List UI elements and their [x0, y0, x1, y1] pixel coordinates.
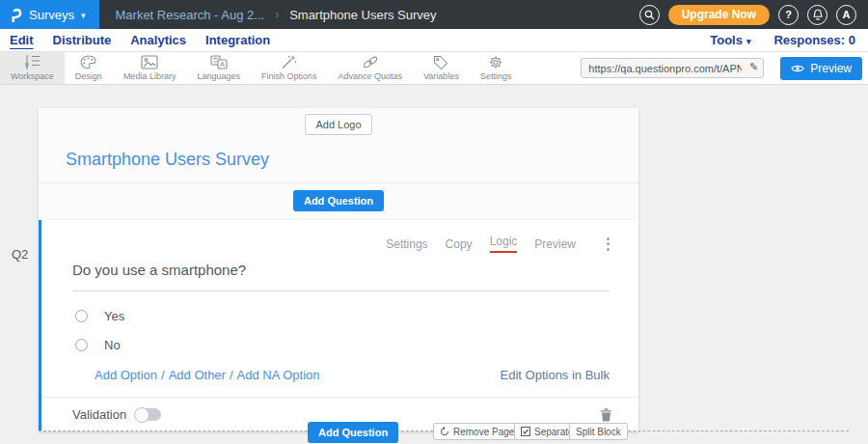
bell-icon — [812, 9, 824, 21]
gear-icon — [488, 55, 503, 69]
tab-logic[interactable]: Logic — [490, 235, 518, 253]
search-icon — [644, 10, 655, 20]
notifications-button[interactable] — [807, 5, 827, 25]
option-row-yes[interactable]: Yes — [75, 301, 638, 330]
tag-icon — [433, 55, 448, 69]
breadcrumb: Market Research - Aug 2... › Smartphone … — [116, 8, 437, 22]
add-other-link[interactable]: Add Other — [169, 368, 226, 382]
tab-preview[interactable]: Preview — [534, 237, 576, 251]
tools-label: Tools — [710, 33, 743, 47]
avatar[interactable]: A — [836, 5, 856, 25]
toolbar-label: Finish Options — [261, 71, 317, 81]
survey-nav-links: Edit Distribute Analytics Integration — [10, 33, 270, 47]
chevron-down-icon: ▾ — [81, 11, 86, 20]
survey-url-box: ✎ — [581, 58, 764, 78]
svg-text:A: A — [220, 60, 225, 69]
topbar: Surveys ▾ Market Research - Aug 2... › S… — [0, 0, 868, 29]
toolbar-item-advance-quotas[interactable]: Advance Quotas — [327, 52, 413, 84]
palette-icon — [80, 55, 96, 69]
nav-tab-integration[interactable]: Integration — [205, 33, 270, 47]
question-menu-kebab-icon[interactable] — [605, 236, 611, 253]
nav-tab-edit[interactable]: Edit — [10, 33, 34, 47]
survey-nav-right: Tools▾ Responses: 0 — [710, 33, 858, 47]
preview-button[interactable]: Preview — [780, 57, 862, 80]
tab-copy[interactable]: Copy — [446, 237, 473, 251]
nav-tab-analytics[interactable]: Analytics — [130, 33, 186, 47]
product-switcher[interactable]: Surveys ▾ — [0, 0, 99, 29]
survey-nav: Edit Distribute Analytics Integration To… — [0, 29, 868, 52]
survey-url-input[interactable] — [581, 58, 764, 78]
link-separator: / — [230, 368, 233, 382]
breadcrumb-folder[interactable]: Market Research - Aug 2... — [116, 8, 265, 22]
magic-wand-icon — [281, 55, 297, 69]
toolbar-item-settings[interactable]: Settings — [470, 52, 523, 84]
add-na-option-link[interactable]: Add NA Option — [237, 368, 320, 382]
split-block-button[interactable]: Split Block — [569, 423, 628, 440]
translate-icon: A — [210, 55, 228, 69]
upgrade-button[interactable]: Upgrade Now — [668, 5, 770, 25]
breadcrumb-separator-icon: › — [275, 8, 279, 21]
validation-toggle[interactable] — [135, 408, 161, 421]
delete-question-icon[interactable] — [600, 407, 612, 422]
toolbar-item-workspace[interactable]: Workspace — [0, 52, 65, 84]
option-label: No — [104, 338, 121, 352]
tab-settings[interactable]: Settings — [386, 237, 427, 251]
add-option-link[interactable]: Add Option — [95, 368, 157, 382]
toolbar-label: Advance Quotas — [338, 71, 402, 81]
chain-link-icon — [361, 55, 380, 69]
link-separator: / — [161, 368, 165, 382]
toolbar-item-design[interactable]: Design — [65, 52, 113, 84]
option-add-links: Add Option/Add Other/Add NA Option — [95, 368, 320, 382]
breadcrumb-survey-name: Smartphone Users Survey — [289, 8, 436, 22]
toolbar-item-variables[interactable]: Variables — [413, 52, 470, 84]
questionpro-logo-icon — [10, 7, 22, 23]
toolbar-item-languages[interactable]: A Languages — [186, 52, 251, 84]
question-text[interactable]: Do you use a smartphone? — [72, 262, 610, 291]
logo-row: Add Logo — [39, 114, 638, 135]
responses-count[interactable]: Responses: 0 — [773, 33, 855, 47]
validation-label: Validation — [72, 407, 126, 422]
tools-menu[interactable]: Tools▾ — [710, 33, 750, 47]
chevron-down-icon: ▾ — [746, 37, 751, 46]
nav-tab-distribute[interactable]: Distribute — [53, 33, 112, 47]
toolbar-item-finish-options[interactable]: Finish Options — [251, 52, 328, 84]
checkbox-icon — [521, 427, 530, 436]
split-block-label: Split Block — [576, 427, 621, 437]
product-name: Surveys — [29, 8, 74, 22]
radio-icon[interactable] — [75, 310, 88, 322]
image-icon — [141, 55, 158, 69]
edit-url-pencil-icon[interactable]: ✎ — [749, 61, 758, 73]
search-button[interactable] — [639, 5, 660, 25]
answer-options: Yes No — [75, 301, 638, 359]
refresh-icon — [440, 427, 449, 436]
option-actions-row: Add Option/Add Other/Add NA Option Edit … — [95, 368, 610, 382]
add-question-row-top: Add Question — [39, 183, 638, 220]
question-card: Settings Copy Logic Preview Do you use a… — [39, 220, 638, 431]
survey-card: Add Logo Smartphone Users Survey Add Que… — [39, 108, 638, 431]
questionpro-survey-editor: Surveys ▾ Market Research - Aug 2... › S… — [0, 0, 868, 444]
toolbar-label: Design — [75, 71, 102, 81]
question-number: Q2 — [12, 247, 28, 262]
toolbar-right: ✎ Preview — [581, 52, 868, 84]
edit-options-in-bulk-link[interactable]: Edit Options in Bulk — [501, 368, 610, 382]
editor-toolbar: Workspace Design Media Library — [0, 52, 868, 85]
option-label: Yes — [104, 309, 124, 323]
survey-canvas: Q2 Add Logo Smartphone Users Survey Add … — [0, 85, 868, 444]
toolbar-label: Languages — [197, 71, 240, 81]
toolbar-label: Media Library — [123, 71, 176, 81]
help-button[interactable]: ? — [778, 5, 799, 25]
add-question-button-top[interactable]: Add Question — [293, 190, 384, 211]
toolbar-item-media-library[interactable]: Media Library — [113, 52, 187, 84]
toolbar-label: Settings — [480, 71, 512, 81]
option-row-no[interactable]: No — [75, 330, 638, 359]
pencil-list-icon — [22, 55, 41, 69]
survey-title[interactable]: Smartphone Users Survey — [66, 150, 638, 170]
survey-header: Add Logo Smartphone Users Survey Add Que… — [39, 108, 638, 220]
page-break-row: Add Question Remove Page Break Separator… — [39, 421, 849, 444]
radio-icon[interactable] — [75, 339, 88, 351]
add-logo-button[interactable]: Add Logo — [305, 114, 371, 135]
eye-icon — [791, 64, 804, 73]
add-question-button-bottom[interactable]: Add Question — [308, 422, 398, 443]
preview-label: Preview — [810, 62, 852, 75]
topbar-actions: Upgrade Now ? A — [639, 5, 868, 25]
